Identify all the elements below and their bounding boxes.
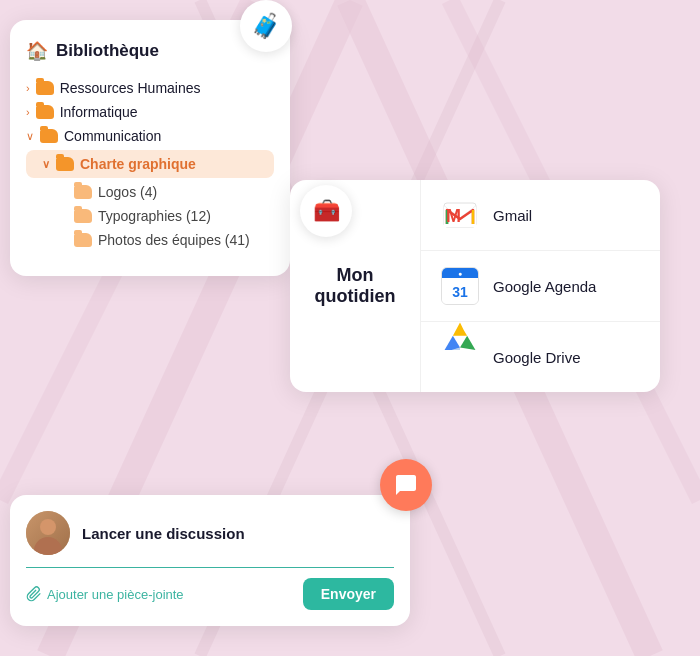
chevron-down-icon: ∨ (42, 158, 50, 171)
svg-marker-21 (460, 336, 475, 350)
tools-float-icon: 🧰 (300, 185, 352, 237)
tree-item-label: Typographies (12) (98, 208, 211, 224)
attachment-button[interactable]: Ajouter une pièce-jointe (26, 586, 295, 602)
gmail-logo: M (441, 196, 479, 234)
app-name-gcal: Google Agenda (493, 278, 596, 295)
tree-item-ressources[interactable]: › Ressources Humaines (26, 76, 274, 100)
app-name-gmail: Gmail (493, 207, 532, 224)
app-row-gdrive[interactable]: 🔺 Google Drive (421, 322, 660, 392)
folder-light-icon (74, 209, 92, 223)
library-card: 🏠 Bibliothèque › Ressources Humaines › I… (10, 20, 290, 276)
tree-item-communication[interactable]: ∨ Communication (26, 124, 274, 148)
app-row-gcal[interactable]: ● 31 Google Agenda (421, 251, 660, 322)
tree-item-label: Ressources Humaines (60, 80, 201, 96)
chevron-down-icon: ∨ (26, 130, 34, 143)
tree-item-label: Photos des équipes (41) (98, 232, 250, 248)
tree-item-photos[interactable]: Photos des équipes (41) (26, 228, 274, 252)
library-title: 🏠 Bibliothèque (26, 40, 274, 62)
chat-title: Lancer une discussion (82, 525, 245, 542)
attachment-label: Ajouter une pièce-jointe (47, 587, 184, 602)
tree-item-label: Informatique (60, 104, 138, 120)
folder-closed-icon (36, 81, 54, 95)
chat-header: Lancer une discussion (26, 511, 394, 555)
tree-item-informatique[interactable]: › Informatique (26, 100, 274, 124)
svg-marker-20 (453, 323, 467, 336)
app-name-gdrive: Google Drive (493, 349, 581, 366)
quotidien-title: Mon quotidien (300, 265, 410, 307)
gcal-logo: ● 31 (441, 267, 479, 305)
folder-active-icon (56, 157, 74, 171)
tree-item-charte[interactable]: ∨ Charte graphique (26, 150, 274, 178)
avatar (26, 511, 70, 555)
tree-item-label: Communication (64, 128, 161, 144)
app-row-gmail[interactable]: M Gmail (421, 180, 660, 251)
folder-open-icon (40, 129, 58, 143)
briefcase-float-icon: 🧳 (240, 0, 292, 52)
chevron-right-icon: › (26, 106, 30, 118)
paperclip-icon (26, 586, 42, 602)
gdrive-logo: 🔺 (441, 338, 479, 376)
chevron-right-icon: › (26, 82, 30, 94)
chat-float-icon[interactable] (380, 459, 432, 511)
svg-marker-19 (445, 336, 460, 350)
tree-item-typographies[interactable]: Typographies (12) (26, 204, 274, 228)
folder-closed-icon (36, 105, 54, 119)
folder-light-icon (74, 233, 92, 247)
home-icon: 🏠 (26, 40, 48, 62)
chat-input-row: Ajouter une pièce-jointe Envoyer (26, 567, 394, 610)
quotidien-app-list: M Gmail ● 31 Google Agenda (420, 180, 660, 392)
tree-item-label: Logos (4) (98, 184, 157, 200)
library-heading: Bibliothèque (56, 41, 159, 61)
tree-item-logos[interactable]: Logos (4) (26, 180, 274, 204)
tree-item-label: Charte graphique (80, 156, 196, 172)
send-button[interactable]: Envoyer (303, 578, 394, 610)
folder-light-icon (74, 185, 92, 199)
chat-card: Lancer une discussion Ajouter une pièce-… (10, 495, 410, 626)
svg-text:M: M (446, 206, 461, 226)
